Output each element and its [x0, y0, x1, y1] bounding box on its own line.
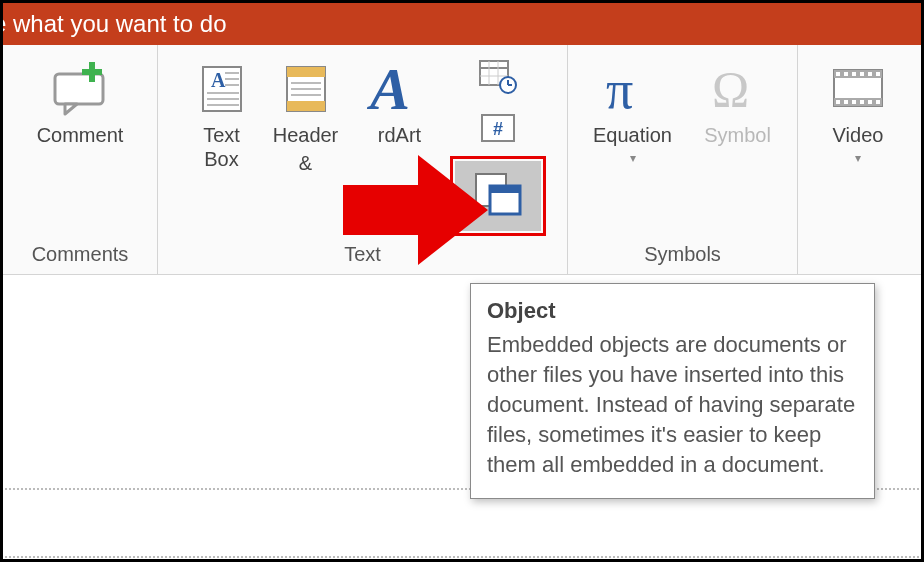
comment-label: Comment — [37, 123, 124, 147]
group-comments: Comment Comments — [3, 45, 158, 274]
tell-me-search[interactable]: e what you want to do — [3, 3, 921, 45]
video-button[interactable]: Video ▾ — [808, 53, 908, 165]
header-footer-label: Header — [273, 123, 339, 147]
svg-rect-46 — [868, 100, 872, 104]
wordart-icon: A — [365, 59, 435, 119]
svg-rect-47 — [876, 100, 880, 104]
wordart-button[interactable]: A rdArt — [351, 53, 449, 147]
chevron-down-icon: ▾ — [630, 151, 636, 165]
group-symbols: π Equation ▾ Ω Symbol Symbols — [568, 45, 798, 274]
textbox-label: Text Box — [203, 123, 240, 171]
svg-rect-30 — [490, 186, 520, 193]
comment-icon — [45, 59, 115, 119]
header-footer-icon — [283, 59, 329, 119]
header-footer-button[interactable]: Header & — [261, 53, 351, 175]
tooltip-title: Object — [487, 298, 858, 324]
group-media: Video ▾ — [798, 45, 918, 274]
svg-rect-40 — [868, 72, 872, 76]
svg-rect-35 — [834, 98, 882, 106]
svg-text:A: A — [211, 69, 226, 91]
group-text-label: Text — [166, 237, 559, 274]
svg-text:Ω: Ω — [712, 61, 749, 117]
group-symbols-label: Symbols — [576, 237, 789, 274]
svg-rect-41 — [876, 72, 880, 76]
ribbon: Comment Comments A — [3, 45, 921, 275]
date-time-button[interactable] — [473, 57, 523, 101]
symbol-label: Symbol — [704, 123, 771, 147]
wordart-label: rdArt — [378, 123, 421, 147]
svg-rect-36 — [836, 72, 840, 76]
svg-rect-38 — [852, 72, 856, 76]
video-icon — [830, 59, 886, 119]
equation-button[interactable]: π Equation ▾ — [578, 53, 688, 165]
group-text: A Text Box — [158, 45, 568, 274]
svg-text:#: # — [492, 119, 502, 139]
svg-rect-34 — [834, 70, 882, 78]
group-comments-label: Comments — [11, 237, 149, 274]
svg-rect-45 — [860, 100, 864, 104]
comment-button[interactable]: Comment — [15, 53, 145, 147]
object-button[interactable] — [455, 161, 541, 231]
symbol-icon: Ω — [710, 59, 766, 119]
tooltip: Object Embedded objects are documents or… — [470, 283, 875, 499]
svg-rect-0 — [55, 74, 103, 104]
slide-number-button[interactable]: # — [473, 109, 523, 153]
chevron-down-icon: ▾ — [855, 151, 861, 165]
equation-label: Equation — [593, 123, 672, 147]
equation-icon: π — [602, 59, 664, 119]
group-media-label — [806, 260, 910, 274]
tooltip-body: Embedded objects are documents or other … — [487, 330, 858, 480]
date-time-icon — [478, 59, 518, 99]
object-icon — [472, 170, 524, 222]
svg-rect-42 — [836, 100, 840, 104]
symbol-button[interactable]: Ω Symbol — [688, 53, 788, 147]
svg-rect-37 — [844, 72, 848, 76]
svg-rect-2 — [82, 69, 102, 75]
slide-number-icon: # — [480, 113, 516, 149]
svg-text:A: A — [366, 59, 410, 119]
video-label: Video — [833, 123, 884, 147]
svg-rect-43 — [844, 100, 848, 104]
svg-rect-12 — [287, 67, 325, 77]
svg-rect-13 — [287, 101, 325, 111]
svg-rect-39 — [860, 72, 864, 76]
textbox-button[interactable]: A Text Box — [183, 53, 261, 171]
textbox-icon: A — [199, 59, 245, 119]
svg-text:π: π — [606, 60, 633, 118]
svg-rect-44 — [852, 100, 856, 104]
header-footer-label2: & — [299, 151, 312, 175]
